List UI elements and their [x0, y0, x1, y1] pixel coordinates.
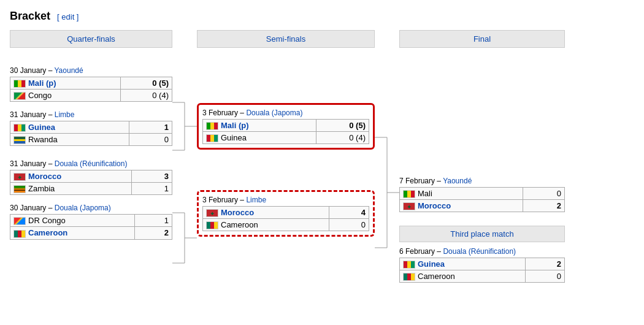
qf-match-3: 31 January – Douala (Réunification) Moro… — [10, 159, 172, 195]
third-place-label: Third place match — [399, 226, 565, 242]
edit-link[interactable]: [ edit ] — [57, 12, 79, 21]
flag-mali — [13, 80, 26, 88]
sf-match-1: 3 February – Douala (Japoma) Mali (p) 0 … — [197, 103, 375, 150]
qf-match-2: 31 January – Limbe Guinea 1 Rwanda 0 — [10, 110, 172, 146]
flag-morocco — [13, 173, 26, 181]
final-match: 7 February – Yaoundé Mali 0 Morocco 2 — [399, 177, 565, 212]
final-header: Final — [399, 30, 565, 48]
flag-zambia — [13, 185, 26, 193]
flag-drcongo — [13, 217, 26, 225]
flag-cameroon — [13, 230, 26, 238]
qf-header: Quarter-finals — [10, 30, 172, 48]
flag-guinea-sf1 — [206, 134, 218, 142]
flag-morocco-sf2 — [206, 209, 218, 217]
connector-sf-final — [375, 30, 399, 324]
third-place-match: 6 February – Douala (Réunification) Guin… — [399, 247, 565, 283]
flag-morocco-final — [403, 202, 415, 210]
flag-mali-sf1 — [206, 122, 218, 130]
sf-header: Semi-finals — [197, 30, 375, 48]
flag-congo — [13, 92, 26, 100]
connector-qf-sf — [172, 30, 197, 324]
qf-match-4: 30 January – Douala (Japoma) DR Congo 1 … — [10, 204, 172, 239]
flag-guinea-third — [403, 261, 415, 269]
flag-cameroon-third — [403, 273, 415, 281]
page-title: Bracket [ edit ] — [10, 10, 634, 23]
flag-guinea — [13, 124, 26, 132]
qf-match-1: 30 January – Yaoundé Mali (p) 0 (5) Cong… — [10, 66, 172, 102]
flag-cameroon-sf2 — [206, 221, 218, 229]
sf-match-2: 3 February – Limbe Morocco 4 Cameroon 0 — [197, 190, 375, 237]
flag-rwanda — [13, 136, 26, 144]
flag-mali-final — [403, 190, 415, 198]
